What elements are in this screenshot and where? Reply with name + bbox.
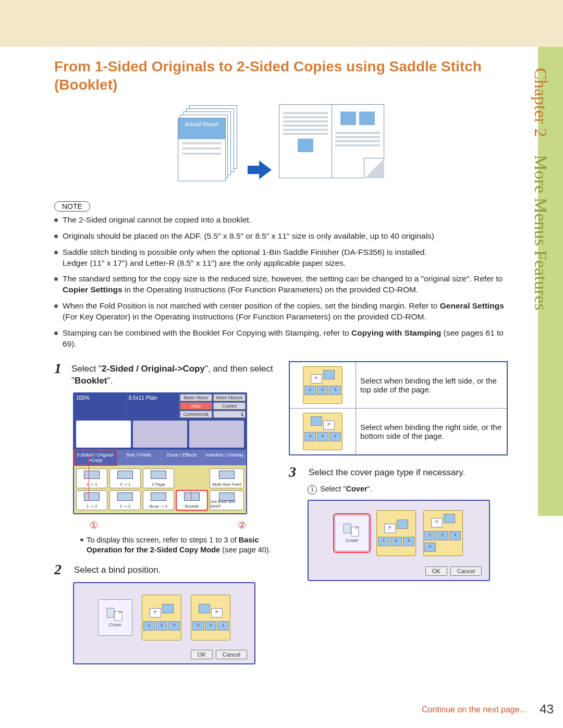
bind-right-button[interactable]: P 321 <box>191 595 230 640</box>
btn-2page[interactable]: 2 Page <box>143 468 174 488</box>
illustration: Annual Report <box>54 104 508 194</box>
more-menus-button[interactable]: More Menus <box>213 394 246 401</box>
cover-button-hl[interactable]: P Cover <box>335 515 369 551</box>
bind-right-icon: P 321 <box>303 413 342 450</box>
callout-numbers: ① ② <box>74 520 271 531</box>
svg-text:P: P <box>356 526 358 530</box>
bind-right-desc: Select when binding the right side, or t… <box>356 408 508 455</box>
cover-select-screen: P Cover P 123 P 1234 OK <box>308 500 490 581</box>
original-stack-icon: Annual Report <box>178 105 240 178</box>
btn-1-1[interactable]: 1 -> 1 <box>76 468 107 488</box>
tab-zoom[interactable]: Zoom / Effects <box>160 450 203 465</box>
note-item: Saddle stitch binding is possible only w… <box>54 247 508 269</box>
bind-options-table: P 123 Select when binding the left side,… <box>289 361 508 455</box>
btn-2-1[interactable]: 2 -> 1 <box>109 468 141 488</box>
btn-1-2[interactable]: 1 -> 2 <box>76 490 107 510</box>
step1-subnote: To display this screen, refer to steps 1… <box>80 535 273 555</box>
ok-button[interactable]: OK <box>191 650 213 659</box>
top-beige-bar <box>0 0 563 47</box>
tab-sort[interactable]: Sort / Finish <box>117 450 161 465</box>
bind-position-screen: P Cover P 123 P 321 OK <box>73 582 255 664</box>
note-item: When the Fold Position is not matched wi… <box>54 301 508 323</box>
page-number: 43 <box>540 702 554 717</box>
arrow-right-icon <box>248 158 272 183</box>
btn-multisize[interactable]: Multi-Size Feed <box>210 468 244 488</box>
step3-sub: 1Select "Cover". <box>308 485 508 495</box>
note-item: Stamping can be combined with the Bookle… <box>54 328 508 350</box>
svg-rect-4 <box>344 524 351 533</box>
ok-button[interactable]: OK <box>425 566 447 576</box>
booklet-icon <box>279 104 384 178</box>
bind-left-desc: Select when binding the left side, or th… <box>356 362 508 409</box>
svg-rect-1 <box>107 608 114 618</box>
bind-left-button[interactable]: P 123 <box>142 595 181 640</box>
note-badge: NOTE <box>54 201 90 212</box>
cover-button[interactable]: P Cover <box>98 599 132 636</box>
page-title: From 1-Sided Originals to 2-Sided Copies… <box>54 57 508 94</box>
step-2: 2 Select a bind position. <box>54 562 273 577</box>
btn-booklet[interactable]: Booklet <box>176 490 207 510</box>
cancel-button[interactable]: Cancel <box>216 650 247 659</box>
step-1: 1 Select "2-Sided / Original->Copy", and… <box>54 361 273 387</box>
basic-menu-button[interactable]: Basic Menu <box>180 394 212 401</box>
bind-left-icon: P 123 <box>303 366 342 404</box>
btn-jobbuild[interactable]: Job Build and SADF <box>210 490 244 510</box>
note-item: The 2-Sided original cannot be copied in… <box>54 215 508 226</box>
bind-right-button-2[interactable]: P 1234 <box>423 510 463 556</box>
bind-left-button-2[interactable]: P 123 <box>376 510 416 556</box>
notes-list: The 2-Sided original cannot be copied in… <box>54 215 508 350</box>
step-3: 3 Select the cover page type if necessar… <box>289 465 508 479</box>
tab-insertion[interactable]: Insertion / Overlay <box>203 450 247 465</box>
chapter-side-tab: Chapter 2 More Menus Features <box>538 47 563 516</box>
btn-2-2[interactable]: 2 -> 2 <box>109 490 141 510</box>
svg-text:P: P <box>119 610 121 615</box>
section-label: More Menus Features <box>531 155 550 310</box>
annual-report-label: Annual Report <box>178 118 225 139</box>
continue-text: Continue on the next page... <box>422 705 527 714</box>
btn-book2[interactable]: Book -> 2 <box>143 490 174 510</box>
svg-marker-0 <box>248 161 272 179</box>
note-item: Originals should be placed on the ADF. (… <box>54 231 508 242</box>
note-item: The standard setting for the copy size i… <box>54 274 508 295</box>
cancel-button[interactable]: Cancel <box>450 566 482 576</box>
chapter-label: Chapter 2 <box>531 68 550 137</box>
copier-screen-1: 100% 8.5x11 Plain Basic Menu More Menus … <box>73 392 247 514</box>
tab-2sided[interactable]: 2-Sided / Original->Copy <box>74 450 117 465</box>
